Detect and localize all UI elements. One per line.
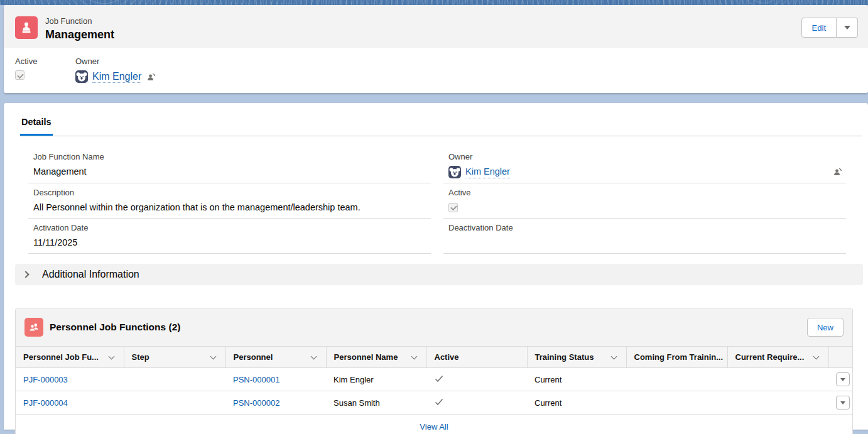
chevron-down-icon [844, 26, 850, 30]
column-label: Step [132, 352, 149, 362]
details-grid: Job Function Name Management Owner Kim E… [4, 136, 868, 261]
record-body-card: Details Job Function Name Management Own… [4, 103, 868, 430]
cell-personnel-name: Susan Smith [326, 391, 426, 415]
record-type-label: Job Function [45, 16, 114, 26]
cell-row-actions [828, 368, 852, 391]
cell-current-require [727, 368, 828, 391]
change-owner-icon[interactable] [833, 167, 842, 176]
table-body: PJF-000003PSN-000001Kim EnglerCurrentPJF… [16, 368, 852, 415]
koala-avatar-icon [448, 166, 461, 178]
detail-field-job-function-name: Job Function Name Management [28, 148, 431, 183]
cell-active [426, 391, 527, 415]
row-actions-button[interactable] [836, 396, 850, 410]
chevron-down-icon [210, 353, 216, 359]
field-value [448, 201, 842, 214]
field-label: Deactivation Date [448, 223, 842, 232]
column-header-personnel[interactable]: Personnel [225, 347, 326, 368]
column-label: Personnel [234, 352, 273, 362]
cell-personnel-job-fu: PJF-000003 [16, 368, 124, 391]
record-highlights-panel: Job Function Management Edit Active Owne… [4, 5, 868, 93]
field-label: Active [448, 188, 842, 197]
field-value: 11/11/2025 [33, 236, 427, 249]
record-link[interactable]: PJF-000003 [23, 375, 68, 384]
detail-field-owner: Owner Kim Engler [443, 148, 846, 183]
checkmark-icon [434, 399, 444, 409]
section-title: Additional Information [42, 269, 139, 280]
row-actions-chevron-icon [840, 401, 845, 404]
detail-field-deactivation-date: Deactivation Date [443, 219, 846, 254]
chevron-down-icon [108, 353, 114, 359]
field-value [448, 236, 842, 249]
column-header-personnel-job-fu[interactable]: Personnel Job Fu... [16, 347, 124, 368]
cell-step [124, 368, 225, 391]
detail-field-description: Description All Personnel within the org… [28, 183, 431, 219]
owner-link[interactable]: Kim Engler [92, 71, 141, 83]
column-label: Coming From Trainin... [634, 352, 724, 362]
detail-field-active: Active [443, 183, 846, 219]
highlight-field-active: Active [15, 57, 75, 83]
column-header-step[interactable]: Step [124, 347, 225, 368]
detail-field-activation-date: Activation Date 11/11/2025 [28, 219, 431, 254]
column-header-personnel-name[interactable]: Personnel Name [326, 347, 426, 368]
record-header: Job Function Management Edit [4, 5, 868, 48]
column-header-training-status[interactable]: Training Status [527, 347, 626, 368]
cell-current-require [727, 391, 828, 415]
owner-link[interactable]: Kim Engler [465, 165, 510, 178]
table-header-row: Personnel Job Fu...StepPersonnelPersonne… [16, 347, 852, 368]
chevron-down-icon [813, 353, 819, 359]
new-button[interactable]: New [807, 318, 844, 337]
cell-coming-from-trainin [626, 391, 727, 415]
cell-personnel-job-fu: PJF-000004 [16, 391, 124, 415]
theme-banner [0, 0, 868, 5]
column-label: Personnel Name [334, 352, 398, 362]
checkmark-icon [434, 376, 444, 386]
highlight-field-owner: Owner Kim Engler [75, 57, 156, 83]
chevron-down-icon [310, 353, 317, 359]
section-additional-information[interactable]: Additional Information [15, 264, 863, 285]
column-label: Personnel Job Fu... [23, 352, 99, 362]
field-value: Management [33, 165, 427, 178]
active-checkbox [15, 70, 24, 80]
cell-coming-from-trainin [626, 368, 727, 391]
column-header-active: Active [426, 347, 527, 368]
column-label: Active [435, 352, 459, 362]
cell-training-status: Current [527, 368, 626, 391]
column-header-current-require[interactable]: Current Require... [727, 347, 828, 368]
record-link[interactable]: PJF-000004 [23, 398, 68, 408]
edit-button[interactable]: Edit [801, 18, 837, 38]
row-actions-button[interactable] [836, 372, 850, 386]
chevron-down-icon [411, 353, 417, 359]
change-owner-icon[interactable] [146, 72, 156, 82]
cell-step [124, 391, 225, 415]
column-header-row-actions [828, 347, 852, 368]
row-actions-chevron-icon [840, 378, 845, 381]
field-value: All Personnel within the organization th… [33, 201, 427, 214]
record-link[interactable]: PSN-000002 [233, 398, 279, 408]
record-link[interactable]: PSN-000001 [233, 375, 279, 384]
view-all-link[interactable]: View All [420, 422, 448, 431]
field-label: Description [33, 188, 427, 197]
koala-avatar-icon [75, 70, 88, 83]
people-icon [24, 318, 43, 337]
tab-details[interactable]: Details [20, 116, 53, 136]
active-checkbox [448, 203, 458, 212]
column-header-coming-from-trainin: Coming From Trainin... [626, 347, 727, 368]
record-actions: Edit [801, 18, 858, 38]
related-list-title[interactable]: Personnel Job Functions (2) [50, 322, 180, 333]
highlights-fields: Active Owner Kim Engler [4, 48, 868, 93]
related-list-personnel-job-functions: Personnel Job Functions (2) New Personne… [15, 308, 853, 434]
cell-row-actions [828, 391, 852, 415]
job-function-icon [15, 16, 38, 39]
cell-training-status: Current [527, 391, 626, 415]
field-label: Activation Date [33, 223, 427, 232]
cell-personnel: PSN-000002 [225, 391, 326, 415]
chevron-down-icon [610, 353, 617, 359]
field-label: Job Function Name [33, 152, 427, 161]
table-row: PJF-000004PSN-000002Susan SmithCurrent [16, 391, 852, 415]
column-label: Current Require... [735, 352, 805, 362]
cell-personnel: PSN-000001 [225, 368, 326, 391]
related-list-table: Personnel Job Fu...StepPersonnelPersonne… [16, 346, 852, 415]
more-actions-button[interactable] [837, 18, 858, 38]
cell-active [426, 368, 527, 391]
field-label: Active [15, 57, 75, 66]
